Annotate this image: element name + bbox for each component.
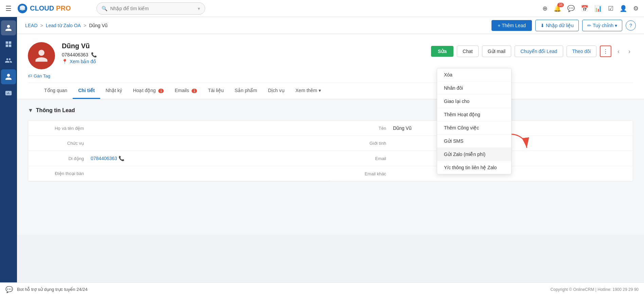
sidebar-item-users[interactable] [1,20,16,35]
profile-phone-number: 0784406363 [62,52,88,57]
profile-name: Dũng Vũ [62,42,424,50]
search-input[interactable] [110,6,178,11]
follow-button[interactable]: Theo dõi [567,46,596,57]
copyright-text: Copyright © OnlineCRM | Hotline: 1900 29… [551,287,639,292]
customize-button[interactable]: ✏ Tuỳ chỉnh ▾ [582,20,622,31]
tab-tai-lieu[interactable]: Tài liệu [202,83,229,99]
main-content: LEAD > Lead từ Zalo OA > Dũng Vũ + Thêm … [17,17,644,296]
settings-icon[interactable]: ⚙ [633,5,639,12]
lead-info-form: Họ và tên đệm Tên Dũng Vũ Chức vụ Giới t… [28,120,633,181]
dropdown-item-them-hoat-dong[interactable]: Thêm Hoạt động [437,108,511,121]
logo-icon [17,3,28,14]
menu-hamburger-icon[interactable]: ☰ [5,4,12,13]
profile-actions: Sửa Chat Gửi mail Chuyển đổi Lead Theo d… [431,46,633,57]
form-row-di-dong: Di động 0784406363 📞 [28,151,330,166]
breadcrumb-sep2: > [84,23,86,28]
search-dropdown-icon: ▾ [198,6,200,11]
tag-link[interactable]: 🏷 Gán Tag [28,73,633,79]
location-text: Xem bản đồ [70,59,96,64]
emails-badge: 1 [192,89,197,93]
breadcrumb-from[interactable]: Lead từ Zalo OA [46,23,81,28]
nav-right: ⊕ 🔔 38 💬 📅 📊 ☑ 👤 ⚙ [542,5,639,12]
sidebar-item-person[interactable] [1,69,16,84]
import-data-button[interactable]: ⬇ Nhập dữ liệu [535,20,579,31]
value-ten: Dũng Vũ [393,125,411,131]
bottom-bar: 💬 Bot hỗ trợ sử dụng trực tuyến 24/24 Co… [0,282,644,296]
tasks-icon[interactable]: ☑ [608,5,613,12]
value-di-dong: 0784406363 📞 [91,156,124,161]
profile-location[interactable]: 📍 Xem bản đồ [62,59,424,64]
profile-top: Dũng Vũ 0784406363 📞 📍 Xem bản đồ Sửa Ch… [28,42,633,69]
dropdown-item-gui-zalo[interactable]: Gửi Zalo (miễn phí) [437,148,511,161]
label-ho-ten: Họ và tên đệm [36,126,91,131]
dropdown-item-yc-thong-tin[interactable]: Y/c thông tin liên hệ Zalo [437,161,511,174]
tab-san-pham[interactable]: Sản phẩm [229,83,263,99]
add-lead-button[interactable]: + Thêm Lead [491,20,532,31]
tab-emails[interactable]: Emails 1 [169,83,202,99]
xem-them-arrow-icon: ▾ [319,88,321,93]
dropdown-item-gui-sms[interactable]: Gửi SMS [437,135,511,148]
edit-button[interactable]: Sửa [431,46,453,57]
search-bar[interactable]: 🔍 ▾ [96,2,205,15]
logo-pro-text: PRO [56,4,71,12]
section-header: ▼ Thông tin Lead [28,107,633,114]
breadcrumb-bar: LEAD > Lead từ Zalo OA > Dũng Vũ + Thêm … [17,17,644,34]
sidebar-item-id[interactable] [1,86,16,101]
svg-point-1 [20,5,25,10]
label-chuc-vu: Chức vụ [36,141,91,146]
location-pin-icon: 📍 [62,59,68,64]
label-ten: Tên [339,126,393,131]
label-email: Email [339,156,393,161]
breadcrumb-lead[interactable]: LEAD [25,23,38,28]
label-gioi-tinh: Giới tính [339,141,393,146]
sidebar-item-grid[interactable] [1,37,16,52]
label-di-dong: Di động [36,156,91,161]
tab-hoat-dong[interactable]: Hoạt động 1 [128,83,169,99]
sidebar [0,17,17,296]
hoat-dong-badge: 1 [158,89,164,93]
notification-icon[interactable]: 🔔 38 [554,5,561,12]
tab-dich-vu[interactable]: Dịch vụ [263,83,290,99]
tag-icon: 🏷 [28,73,32,79]
dropdown-item-nhan-doi[interactable]: Nhân đôi [437,82,511,95]
user-nav-icon[interactable]: 👤 [620,5,627,12]
form-row-dien-thoai-ban: Điện thoại bàn [28,166,330,181]
tab-tong-quan[interactable]: Tổng quan [39,83,73,99]
more-actions-button[interactable]: ⋮ [600,46,611,57]
tab-xem-them[interactable]: Xem thêm ▾ [290,83,326,99]
dropdown-menu: Xóa Nhân đôi Giao lại cho Thêm Hoạt động… [437,68,512,174]
help-button[interactable]: ? [626,20,636,31]
bot-support-text: Bot hỗ trợ sử dụng trực tuyến 24/24 [17,287,88,292]
form-row-ho-ten: Họ và tên đệm [28,121,330,136]
tab-nhat-ky[interactable]: Nhật ký [100,83,128,99]
tag-text: Gán Tag [34,73,50,79]
convert-lead-button[interactable]: Chuyển đổi Lead [515,46,563,57]
dropdown-item-xoa[interactable]: Xóa [437,68,511,82]
profile-info: Dũng Vũ 0784406363 📞 📍 Xem bản đồ [62,42,424,64]
send-mail-button[interactable]: Gửi mail [482,46,512,57]
next-record-icon[interactable]: › [626,47,633,56]
profile-card: Dũng Vũ 0784406363 📞 📍 Xem bản đồ Sửa Ch… [17,34,644,99]
avatar [28,42,55,69]
section-toggle-icon[interactable]: ▼ [28,107,33,114]
search-icon: 🔍 [102,6,107,11]
profile-phone-row: 0784406363 📞 [62,52,424,57]
label-dien-thoai-ban: Điện thoại bàn [36,171,91,176]
calendar-icon[interactable]: 📅 [581,5,588,12]
logo-cloud-text: CLOUD [30,4,54,12]
add-icon[interactable]: ⊕ [542,5,548,12]
messenger-bot-icon: 💬 [5,286,13,293]
dropdown-item-them-cong-viec[interactable]: Thêm Công việc [437,121,511,135]
phone-icon: 📞 [91,52,97,57]
section-title: Thông tin Lead [36,107,75,114]
top-navigation: ☰ CLOUDPRO 🔍 ▾ ⊕ 🔔 38 💬 📅 📊 ☑ 👤 ⚙ [0,0,644,17]
chat-button[interactable]: Chat [457,46,479,57]
call-icon[interactable]: 📞 [119,156,124,161]
tab-chi-tiet[interactable]: Chi tiết [73,83,100,99]
chat-nav-icon[interactable]: 💬 [567,5,575,12]
breadcrumb-actions: + Thêm Lead ⬇ Nhập dữ liệu ✏ Tuỳ chỉnh ▾… [491,20,636,31]
prev-record-icon[interactable]: ‹ [615,47,622,56]
sidebar-item-group[interactable] [1,53,16,68]
dropdown-item-giao-lai[interactable]: Giao lại cho [437,95,511,108]
chart-icon[interactable]: 📊 [594,5,602,12]
